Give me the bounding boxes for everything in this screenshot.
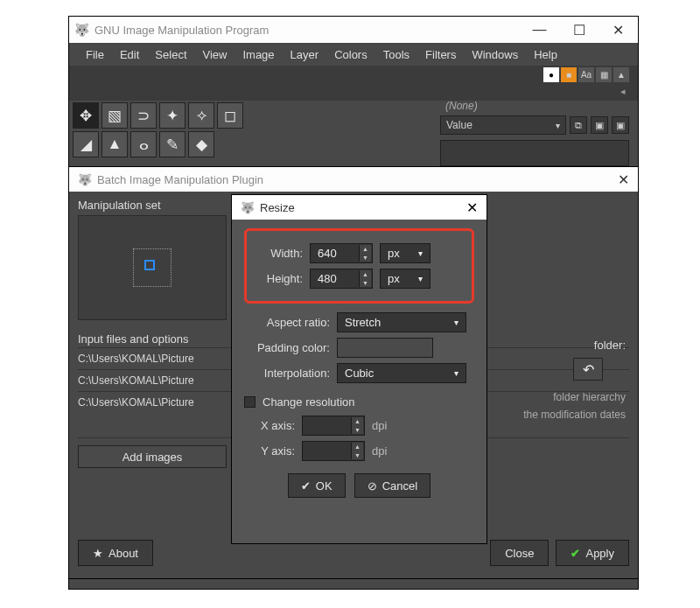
app-icon: 🐺 [241, 201, 255, 214]
plugin-close-button[interactable]: ✕ [618, 166, 629, 192]
chevron-down-icon: ▾ [418, 248, 423, 258]
resize-titlebar: 🐺 Resize ✕ [232, 195, 486, 220]
menu-help[interactable]: Help [526, 45, 565, 65]
interpolation-select[interactable]: Cubic ▾ [337, 363, 466, 383]
channel-select-label: Value [446, 119, 472, 131]
menu-select[interactable]: Select [147, 45, 194, 65]
y-unit-label: dpi [372, 444, 393, 458]
ok-button[interactable]: ✔ OK [288, 473, 346, 498]
picture2-icon-button[interactable]: ▣ [612, 116, 629, 134]
menu-file[interactable]: File [78, 45, 112, 65]
change-resolution-checkbox[interactable] [244, 396, 256, 408]
add-images-button[interactable]: Add images [78, 445, 227, 468]
eraser-tool-icon[interactable]: ◆ [188, 131, 214, 157]
transform-tool-icon[interactable]: ◻ [217, 102, 243, 129]
about-button[interactable]: ★ About [78, 540, 153, 566]
y-axis-input: ▲▼ [302, 441, 365, 461]
picture-icon-button[interactable]: ▣ [591, 116, 608, 134]
x-axis-input: ▲▼ [302, 416, 365, 436]
check-icon: ✔ [301, 479, 311, 493]
menubar: File Edit Select View Image Layer Colors… [69, 43, 638, 66]
window-title: GNU Image Manipulation Program [94, 24, 269, 37]
channel-select[interactable]: Value ▾ [440, 115, 566, 135]
pencil-tool-icon[interactable]: ▲ [102, 131, 128, 157]
spin-up-icon: ▲ [351, 443, 363, 451]
close-button[interactable]: ✕ [598, 17, 638, 43]
apply-button[interactable]: ✔ Apply [556, 540, 629, 566]
chevron-down-icon: ▾ [454, 318, 458, 327]
menu-layer[interactable]: Layer [283, 45, 327, 65]
paint-tool-icon[interactable]: ✎ [159, 131, 186, 157]
menu-filters[interactable]: Filters [417, 45, 464, 65]
spin-up-icon[interactable]: ▲ [359, 270, 371, 279]
manipulation-set-panel[interactable]: A [78, 215, 227, 320]
spin-down-icon[interactable]: ▼ [359, 254, 371, 262]
dock-tab-2[interactable]: ■ [561, 67, 577, 82]
minimize-button[interactable]: — [520, 17, 559, 43]
bucket-tool-icon[interactable]: ◢ [73, 131, 99, 157]
dock-tab-1[interactable]: ● [543, 67, 559, 82]
menu-view[interactable]: View [195, 45, 235, 65]
rect-select-tool-icon[interactable]: ▧ [102, 102, 128, 129]
x-axis-label: X axis: [244, 419, 295, 432]
histogram-area [440, 140, 629, 166]
edit-icon-button[interactable]: ⧉ [570, 116, 587, 134]
star-icon: ★ [93, 547, 103, 560]
menu-image[interactable]: Image [234, 45, 282, 65]
cancel-button[interactable]: ⊘ Cancel [354, 473, 430, 498]
spin-up-icon: ▲ [351, 417, 363, 426]
spin-down-icon: ▼ [351, 451, 363, 460]
menu-tools[interactable]: Tools [375, 45, 417, 65]
dock-tab-5[interactable]: ▲ [613, 67, 629, 82]
y-axis-label: Y axis: [244, 444, 295, 458]
resize-close-button[interactable]: ✕ [466, 199, 478, 216]
chevron-down-icon: ▾ [556, 121, 560, 130]
wand-tool-icon[interactable]: ✦ [159, 102, 186, 129]
plugin-close-footer-button[interactable]: Close [490, 540, 549, 566]
dock-tabs: ● ■ Aa ▦ ▲ [543, 67, 629, 82]
resize-step-thumb[interactable] [133, 248, 172, 287]
maximize-button[interactable]: ☐ [559, 17, 598, 43]
menu-colors[interactable]: Colors [326, 45, 375, 65]
dock-strip: ● ■ Aa ▦ ▲ ◂ [69, 66, 638, 101]
height-unit-select[interactable]: px ▾ [380, 269, 430, 289]
width-input[interactable]: 640 ▲▼ [310, 243, 373, 263]
spin-down-icon[interactable]: ▼ [359, 279, 371, 288]
x-unit-label: dpi [372, 419, 393, 432]
channel-none-label: (None) [440, 100, 629, 112]
brush-tool-icon[interactable]: ⴰ [130, 131, 157, 157]
undo-button[interactable]: ↶ [573, 358, 603, 381]
height-label: Height: [252, 272, 303, 285]
menu-edit[interactable]: Edit [112, 45, 147, 65]
chevron-down-icon: ▾ [418, 274, 423, 283]
aspect-ratio-label: Aspect ratio: [244, 316, 330, 329]
resize-title: Resize [260, 201, 295, 214]
interpolation-label: Interpolation: [244, 367, 330, 380]
crop-tool-icon[interactable]: ⟡ [188, 102, 214, 129]
app-icon: 🐺 [78, 173, 92, 186]
change-resolution-label: Change resolution [262, 395, 355, 409]
titlebar: 🐺 GNU Image Manipulation Program — ☐ ✕ [69, 17, 638, 43]
menu-icon[interactable]: ◂ [620, 86, 626, 97]
modification-dates-text: the modification dates [523, 409, 626, 421]
spin-down-icon: ▼ [351, 426, 363, 435]
output-folder-label: folder: [594, 339, 626, 352]
folder-hierarchy-text: folder hierarchy [553, 391, 626, 403]
aspect-ratio-select[interactable]: Stretch ▾ [337, 312, 466, 332]
width-label: Width: [252, 247, 303, 260]
dock-tab-3[interactable]: Aa [578, 67, 594, 82]
move-tool-icon[interactable]: ✥ [73, 102, 99, 129]
dock-tab-4[interactable]: ▦ [596, 67, 612, 82]
chevron-down-icon: ▾ [454, 368, 458, 378]
app-icon: 🐺 [74, 23, 89, 37]
dimensions-highlight: Width: 640 ▲▼ px ▾ Height: 480 ▲▼ px [244, 228, 474, 304]
resize-dialog: 🐺 Resize ✕ Width: 640 ▲▼ px ▾ Height: 48… [231, 194, 487, 544]
width-unit-select[interactable]: px ▾ [380, 243, 430, 263]
lasso-tool-icon[interactable]: ⊃ [130, 102, 157, 129]
toolbox: ✥ ▧ ⊃ ✦ ⟡ ◻ ◢ ▲ ⴰ ✎ ◆ [73, 102, 243, 157]
height-input[interactable]: 480 ▲▼ [310, 269, 373, 289]
menu-windows[interactable]: Windows [464, 45, 526, 65]
plugin-title: Batch Image Manipulation Plugin [97, 173, 263, 186]
spin-up-icon[interactable]: ▲ [359, 245, 371, 254]
padding-color-button[interactable] [337, 338, 433, 358]
